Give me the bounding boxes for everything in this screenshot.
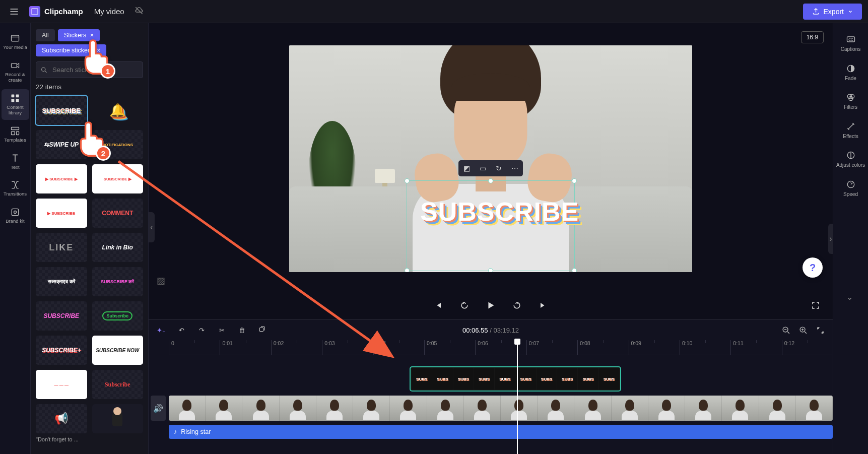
svg-rect-8 [12,131,15,135]
play-button[interactable] [484,298,498,312]
nav-record-create[interactable]: Record & create [2,56,29,87]
app-name: Clipchamp [44,7,83,16]
hamburger-menu[interactable] [6,4,22,20]
sticker-clip[interactable]: SUBSSUBSSUBSSUBSSUBSSUBSSUBSSUBSSUBSSUBS [410,366,621,392]
prop-fade[interactable]: Fade [836,59,866,86]
clipchamp-icon [29,6,40,17]
sticker-item[interactable]: SUBSCRIBE [36,96,87,125]
timecode: 00:06.55 / 03:19.12 [462,327,519,334]
crop-icon[interactable]: ◩ [461,163,472,173]
sticker-item[interactable]: ▶ SUBSCRIBE ▶ [36,164,87,193]
more-icon[interactable]: ⋯ [510,163,520,173]
sticker-item[interactable]: 📢 [36,404,87,433]
sticker-item[interactable]: LIKE [36,233,87,262]
timeline-tracks[interactable]: SUBSSUBSSUBSSUBSSUBSSUBSSUBSSUBSSUBSSUBS… [169,355,833,454]
broken-image-icon: ▨ [157,275,165,286]
svg-rect-14 [259,328,263,331]
prop-speed[interactable]: Speed [836,175,866,202]
svg-rect-4 [16,94,19,97]
rotate-icon[interactable]: ↻ [494,163,504,173]
svg-rect-2 [12,63,17,68]
prop-captions[interactable]: CC Captions [836,30,866,56]
sticker-item[interactable]: Subscribe [92,301,144,331]
sticker-item[interactable]: SUBSCRIBE ▶ [92,164,144,193]
prop-filters[interactable]: Filters [836,88,866,114]
subscribe-sticker-overlay[interactable]: SUBSCRIBE [420,197,579,227]
sync-off-icon[interactable] [135,6,144,17]
nav-templates[interactable]: Templates [2,122,29,147]
sticker-item[interactable]: सब्सक्राइब करें [36,267,87,296]
export-button[interactable]: Export [803,4,862,20]
svg-line-21 [805,332,807,334]
help-button[interactable]: ? [803,257,823,278]
fit-timeline-button[interactable] [815,325,826,336]
sticker-item[interactable]: COMMENT [92,199,144,228]
undo-button[interactable]: ↶ [176,325,187,336]
tag-stickers[interactable]: Stickers × [58,29,100,41]
sticker-item[interactable]: 🔔 [92,96,144,125]
nav-brand-kit[interactable]: Brand kit [2,203,29,228]
svg-rect-10 [12,209,18,216]
nav-your-media[interactable]: Your media [2,29,29,54]
svg-rect-1 [12,35,19,41]
forward-button[interactable] [510,298,524,312]
split-button[interactable]: ✂ [216,325,227,336]
timeline-ruler[interactable]: 0 0:01 0:02 0:03 0:04 0:05 0:06 0:07 0:0… [169,340,833,355]
app-logo[interactable]: Clipchamp [29,6,83,17]
svg-text:CC: CC [848,38,853,41]
tag-all[interactable]: All [36,29,55,41]
prop-adjust-colors[interactable]: Adjust colors [836,146,866,172]
audio-clip[interactable]: ♪ Rising star [169,425,833,439]
track-mute-button[interactable]: 🔊 [151,396,166,421]
right-rail-collapse[interactable]: › [828,224,833,254]
sticker-item[interactable] [92,404,144,433]
search-input[interactable] [36,61,143,78]
redo-button[interactable]: ↷ [196,325,207,336]
sticker-item[interactable]: SUBSCRIBE+ [36,336,87,365]
nav-transitions[interactable]: Transitions [2,176,29,201]
music-note-icon: ♪ [174,428,177,435]
tag-subscribe-stickers[interactable]: Subscribe stickers × [36,44,106,56]
video-clip[interactable] [169,396,833,421]
ai-sparkle-button[interactable]: ✦₊ [156,325,167,336]
skip-end-button[interactable] [536,298,550,312]
rewind-button[interactable] [457,298,472,312]
overlay-toolbar: ◩ ▭ ↻ ⋯ [458,160,523,176]
sticker-caption: "Don't forget to ... [36,436,143,442]
prop-effects[interactable]: Effects [836,117,866,144]
zoom-out-button[interactable] [780,325,791,336]
nav-content-library[interactable]: Content library [2,89,29,120]
playback-controls [149,294,833,319]
project-name[interactable]: My video [94,7,124,16]
fullscreen-button[interactable] [809,298,823,312]
sticker-item[interactable]: ⇆SWIPE UP [36,130,87,159]
sticker-item[interactable]: Link in Bio [92,233,144,262]
export-label: Export [824,8,844,16]
sticker-item[interactable]: SUBSCRIBE करें [92,267,144,296]
svg-rect-5 [12,99,15,102]
right-rail-expand[interactable]: ⌄ [846,292,853,302]
sticker-item[interactable]: NOTIFICATIONS [92,130,144,159]
fit-icon[interactable]: ▭ [478,163,488,173]
sticker-item[interactable]: Subscribe [92,370,144,399]
canvas-area: 16:9 ◩ ▭ ↻ ⋯ [149,23,833,294]
sticker-item[interactable]: — — — [36,370,87,399]
sticker-item[interactable]: SUBSCRIBE [36,301,87,331]
video-preview[interactable]: ◩ ▭ ↻ ⋯ SUBSCRIBE [289,45,692,272]
svg-point-11 [14,211,17,214]
sticker-item[interactable]: SUBSCRIBE NOW [92,336,144,365]
svg-rect-6 [16,99,19,102]
nav-text[interactable]: Text [2,149,29,174]
delete-button[interactable]: 🗑 [236,325,247,336]
sticker-item[interactable]: ▶ SUBSCRIBE [36,199,87,228]
items-count: 22 items [36,83,143,91]
audio-clip-name: Rising star [181,428,211,435]
svg-rect-3 [12,94,15,97]
aspect-ratio-button[interactable]: 16:9 [801,31,824,43]
search-icon [40,66,48,74]
skip-start-button[interactable] [431,298,445,312]
duplicate-button[interactable] [256,325,268,336]
svg-line-17 [787,332,789,334]
zoom-in-button[interactable] [797,325,809,336]
timeline-toolbar: ✦₊ ↶ ↷ ✂ 🗑 00:06.55 / 03:19.12 [149,320,833,340]
